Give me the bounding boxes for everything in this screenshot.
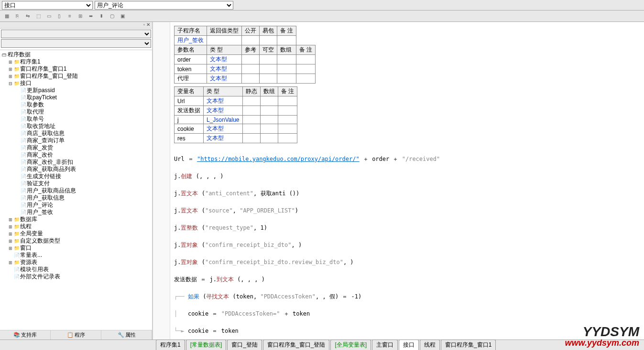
tool-icon[interactable]: ▢ — [107, 11, 117, 21]
watermark: YYDSYM www.yydsym.com — [565, 325, 639, 347]
tree-item[interactable]: ⊞📁资源表 — [1, 259, 151, 266]
tool-icon[interactable]: ▣ — [118, 11, 127, 21]
bottom-tab[interactable]: 窗口_登陆 — [227, 339, 262, 350]
var-table: 变量名类 型静态数组备 注 Url文本型发送数据文本型jL_JsonValuec… — [174, 86, 297, 143]
toolbar-row1: 接口 用户_评论 — [0, 0, 644, 11]
tree-item[interactable]: ⊟📁接口 — [1, 80, 151, 87]
side-combo-1[interactable] — [1, 30, 151, 38]
tool-icon[interactable]: ⬌ — [86, 11, 96, 21]
tree-item[interactable]: 📄用户_签收 — [1, 209, 151, 216]
bottom-tab[interactable]: 接口 — [399, 339, 419, 350]
tree-item[interactable]: 📄外部文件记录表 — [1, 273, 151, 280]
tree-item[interactable]: 📄用户_评论 — [1, 202, 151, 209]
combo-sub[interactable]: 用户_评论 — [95, 1, 233, 10]
tool-icon[interactable]: ▦ — [2, 11, 11, 21]
tree-view[interactable]: 🗃程序数据 ⊞📁程序集1⊞📁窗口程序集_窗口1⊞📁窗口程序集_窗口_登陆⊟📁接口… — [0, 50, 152, 330]
tree-item[interactable]: 📄商家_查询订单 — [1, 137, 151, 144]
tree-item[interactable]: 📄商家_改价 — [1, 151, 151, 159]
code-editor[interactable]: 子程序名返回值类型公开易包备 注 用户_签收 参数名类 型参考可空数组备 注 o… — [153, 22, 644, 339]
tool-icon[interactable]: ⊞ — [76, 11, 85, 21]
side-tab-program[interactable]: 📋程序 — [51, 330, 101, 339]
tree-item[interactable]: 📄更新passid — [1, 87, 151, 94]
bottom-tab[interactable]: 主窗口 — [372, 339, 398, 350]
combo-module[interactable]: 接口 — [2, 1, 93, 10]
tool-icon[interactable]: ⬍ — [97, 11, 106, 21]
tree-item[interactable]: 📄常量表... — [1, 252, 151, 259]
tree-item[interactable]: 📄商店_获取信息 — [1, 130, 151, 137]
tree-item[interactable]: 📄取代理 — [1, 108, 151, 116]
tree-item[interactable]: ⊞📁数据库 — [1, 216, 151, 223]
tool-icon[interactable]: ⇆ — [23, 11, 33, 21]
side-tab-support[interactable]: 📚支持库 — [0, 330, 51, 339]
sub-name[interactable]: 用户_签收 — [175, 36, 207, 45]
tree-item[interactable]: 📄取payTicket — [1, 94, 151, 101]
bottom-tab[interactable]: 窗口程序集_窗口1 — [441, 339, 496, 350]
bottom-tab[interactable]: 程序集1 — [156, 339, 185, 350]
sub-header-table: 子程序名返回值类型公开易包备 注 用户_签收 参数名类 型参考可空数组备 注 o… — [174, 26, 316, 84]
tree-item[interactable]: 📄用户_获取信息 — [1, 194, 151, 202]
tree-item[interactable]: ⊞📁窗口 — [1, 244, 151, 252]
tree-root[interactable]: 🗃程序数据 — [1, 51, 151, 58]
tree-item[interactable]: 📄商家_改价_非折扣 — [1, 159, 151, 166]
tree-item[interactable]: 📄生成支付链接 — [1, 173, 151, 180]
tree-item[interactable]: ⊞📁全局变量 — [1, 230, 151, 237]
tree-item[interactable]: ⊞📁窗口程序集_窗口_登陆 — [1, 73, 151, 80]
tree-item[interactable]: 📄取单号 — [1, 116, 151, 123]
sidebar: ▫ ✕ 🗃程序数据 ⊞📁程序集1⊞📁窗口程序集_窗口1⊞📁窗口程序集_窗口_登陆… — [0, 22, 153, 339]
tool-icon[interactable]: ▭ — [44, 11, 54, 21]
tree-item[interactable]: 📄用户_获取商品信息 — [1, 187, 151, 194]
tree-item[interactable]: 📄模块引用表 — [1, 266, 151, 273]
bottom-tab[interactable]: 线程 — [420, 339, 440, 350]
tree-item[interactable]: ⊞📁自定义数据类型 — [1, 237, 151, 244]
tree-item[interactable]: 📄商家_获取商品列表 — [1, 166, 151, 173]
bottom-tab[interactable]: [全局变量表] — [330, 339, 371, 350]
tree-item[interactable]: ⊞📁窗口程序集_窗口1 — [1, 65, 151, 73]
code-block[interactable]: Url ＝ "https://mobile.yangkeduo.com/prox… — [174, 146, 640, 339]
tree-item[interactable]: ⊞📁程序集1 — [1, 58, 151, 65]
tree-item[interactable]: ⊞📁线程 — [1, 223, 151, 230]
tool-icon[interactable]: ⬚ — [33, 11, 43, 21]
side-combo-2[interactable] — [1, 39, 151, 48]
tool-icon[interactable]: ▯ — [55, 11, 64, 21]
side-tab-property[interactable]: 🔧属性 — [101, 330, 152, 339]
tree-item[interactable]: 📄验证支付 — [1, 180, 151, 187]
tree-item[interactable]: 📄商家_发货 — [1, 144, 151, 151]
editor-gutter — [153, 22, 170, 339]
tree-item[interactable]: 📄取参数 — [1, 101, 151, 108]
bottom-tabs: 程序集1[常量数据表]窗口_登陆窗口程序集_窗口_登陆[全局变量表]主窗口接口线… — [0, 339, 644, 350]
sidebar-tabs: 📚支持库 📋程序 🔧属性 — [0, 330, 152, 339]
toolbar-row2: ▦ ⎘ ⇆ ⬚ ▭ ▯ ≡ ⊞ ⬌ ⬍ ▢ ▣ — [0, 11, 644, 22]
bottom-tab[interactable]: 窗口程序集_窗口_登陆 — [263, 339, 329, 350]
bottom-tab[interactable]: [常量数据表] — [186, 339, 227, 350]
tool-icon[interactable]: ≡ — [65, 11, 75, 21]
sidebar-close-bar: ▫ ✕ — [0, 22, 152, 29]
tool-icon[interactable]: ⎘ — [12, 11, 22, 21]
tree-item[interactable]: 📄取收货地址 — [1, 123, 151, 130]
